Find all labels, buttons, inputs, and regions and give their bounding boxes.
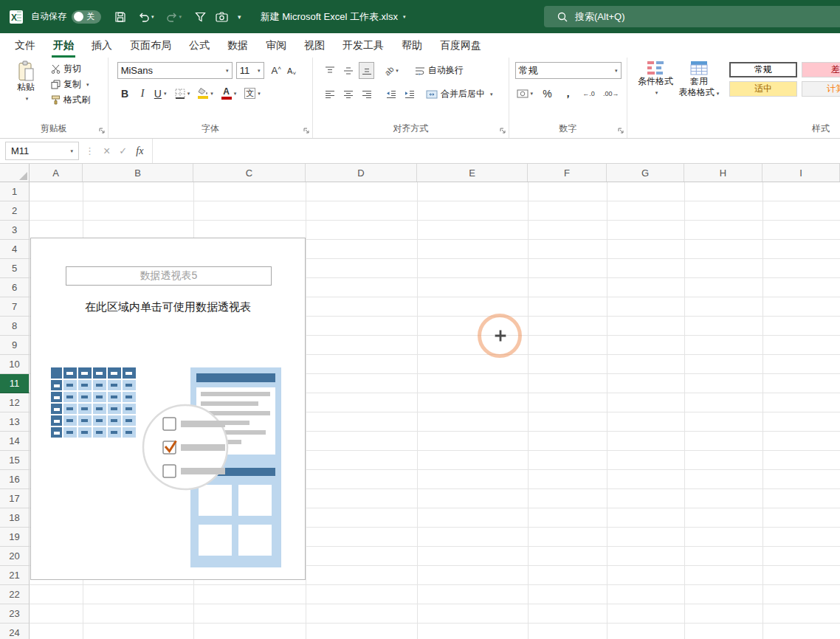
tab-help[interactable]: 帮助 <box>393 33 431 58</box>
row-header-4[interactable]: 4 <box>0 240 30 259</box>
name-box[interactable]: M11 ▾ <box>5 142 79 160</box>
decrease-indent-button[interactable] <box>383 86 399 103</box>
column-header-f[interactable]: F <box>528 164 607 182</box>
row-header-13[interactable]: 13 <box>0 412 30 432</box>
alignment-dialog-launcher[interactable] <box>499 127 506 134</box>
italic-button[interactable]: I <box>135 85 151 102</box>
cell-style-neutral[interactable]: 适中 <box>729 81 797 97</box>
row-header-18[interactable]: 18 <box>0 508 30 528</box>
paste-button[interactable]: 粘贴 ▾ <box>7 61 44 104</box>
clipboard-dialog-launcher[interactable] <box>98 127 106 134</box>
column-header-i[interactable]: I <box>762 164 840 182</box>
row-header-20[interactable]: 20 <box>0 547 30 566</box>
select-all-corner[interactable] <box>0 164 30 182</box>
bold-button[interactable]: B <box>117 85 133 102</box>
tab-formulas[interactable]: 公式 <box>180 33 218 58</box>
column-header-g[interactable]: G <box>607 164 684 182</box>
formula-input[interactable] <box>152 139 840 163</box>
column-header-b[interactable]: B <box>83 164 193 182</box>
format-painter-button[interactable]: 格式刷 <box>51 92 90 108</box>
cancel-icon[interactable]: × <box>103 145 110 158</box>
conditional-formatting-button[interactable]: 条件格式 ▾ <box>635 61 676 98</box>
number-dialog-launcher[interactable] <box>617 127 624 134</box>
row-header-7[interactable]: 7 <box>0 297 30 317</box>
title-dropdown-icon[interactable]: ▾ <box>403 14 406 20</box>
row-header-12[interactable]: 12 <box>0 393 30 412</box>
row-header-15[interactable]: 15 <box>0 451 30 470</box>
phonetic-guide-button[interactable]: 文 ▾ <box>243 85 262 102</box>
quick-access-more-icon[interactable]: ▾ <box>238 13 241 21</box>
row-header-21[interactable]: 21 <box>0 566 30 585</box>
increase-indent-button[interactable] <box>402 86 417 103</box>
cell-style-bad[interactable]: 差 <box>802 62 840 77</box>
column-header-c[interactable]: C <box>193 164 306 182</box>
row-header-6[interactable]: 6 <box>0 278 30 297</box>
copy-button[interactable]: 复制 ▾ <box>51 77 90 92</box>
align-left-button[interactable] <box>322 86 337 103</box>
row-header-2[interactable]: 2 <box>0 201 30 221</box>
row-header-22[interactable]: 22 <box>0 585 30 604</box>
excel-app-icon[interactable]: X <box>9 10 24 24</box>
undo-button[interactable]: ▾ <box>138 12 154 22</box>
align-top-button[interactable] <box>322 62 337 79</box>
redo-button[interactable]: ▾ <box>166 12 182 22</box>
font-size-select[interactable]: 11 ▾ <box>236 62 264 79</box>
font-color-button[interactable]: A ▾ <box>220 85 238 102</box>
borders-button[interactable]: ▾ <box>173 85 192 102</box>
merge-center-button[interactable]: 合并后居中 ▾ <box>426 86 493 102</box>
row-header-5[interactable]: 5 <box>0 259 30 278</box>
row-header-9[interactable]: 9 <box>0 336 30 355</box>
row-header-14[interactable]: 14 <box>0 432 30 451</box>
shrink-font-button[interactable]: A˅ <box>284 62 300 79</box>
cut-button[interactable]: 剪切 <box>51 61 90 77</box>
tab-home[interactable]: 开始 <box>44 33 83 58</box>
tab-data[interactable]: 数据 <box>218 33 257 58</box>
orientation-button[interactable]: ab ▾ <box>383 62 400 79</box>
enter-icon[interactable]: ✓ <box>119 145 127 156</box>
cell-style-calculation[interactable]: 计算 <box>802 81 840 97</box>
tab-developer[interactable]: 开发工具 <box>334 33 393 58</box>
row-header-17[interactable]: 17 <box>0 489 30 508</box>
cell-style-normal[interactable]: 常规 <box>729 62 797 77</box>
tab-baidu-netdisk[interactable]: 百度网盘 <box>431 33 490 58</box>
name-box-resize-handle[interactable]: ⋮ <box>85 145 94 156</box>
tab-view[interactable]: 视图 <box>295 33 334 58</box>
tab-insert[interactable]: 插入 <box>83 33 121 58</box>
insert-function-button[interactable]: fx <box>136 145 143 157</box>
font-family-select[interactable]: MiSans ▾ <box>117 62 233 79</box>
grid-area[interactable]: 数据透视表5 在此区域内单击可使用数据透视表 <box>30 182 840 639</box>
percent-style-button[interactable]: % <box>540 85 555 102</box>
row-header-8[interactable]: 8 <box>0 317 30 336</box>
column-header-d[interactable]: D <box>306 164 417 182</box>
align-right-button[interactable] <box>359 86 374 103</box>
fill-color-button[interactable]: ▾ <box>196 85 215 102</box>
number-format-select[interactable]: 常规 ▾ <box>515 62 622 79</box>
font-dialog-launcher[interactable] <box>303 127 310 134</box>
row-header-10[interactable]: 10 <box>0 355 30 374</box>
row-header-1[interactable]: 1 <box>0 182 30 201</box>
row-header-24[interactable]: 24 <box>0 624 30 639</box>
tab-review[interactable]: 审阅 <box>257 33 295 58</box>
column-header-e[interactable]: E <box>417 164 528 182</box>
accounting-format-button[interactable]: ▾ <box>515 85 535 102</box>
screenshot-button[interactable] <box>216 12 228 22</box>
row-header-19[interactable]: 19 <box>0 528 30 547</box>
tab-page-layout[interactable]: 页面布局 <box>121 33 180 58</box>
filter-button[interactable] <box>195 12 206 22</box>
grow-font-button[interactable]: A˄ <box>269 62 284 79</box>
align-middle-button[interactable] <box>340 62 356 79</box>
save-button[interactable] <box>114 11 126 23</box>
column-header-a[interactable]: A <box>30 164 83 182</box>
column-header-h[interactable]: H <box>684 164 762 182</box>
underline-button[interactable]: U ▾ <box>153 85 168 102</box>
autosave-toggle[interactable]: 关 <box>72 10 101 24</box>
decrease-decimal-button[interactable]: .00→ <box>602 85 621 102</box>
comma-style-button[interactable]: ， <box>560 85 576 102</box>
tab-file[interactable]: 文件 <box>6 33 44 58</box>
row-header-3[interactable]: 3 <box>0 221 30 240</box>
pivot-placeholder[interactable]: 数据透视表5 在此区域内单击可使用数据透视表 <box>30 238 306 580</box>
align-center-button[interactable] <box>340 86 356 103</box>
increase-decimal-button[interactable]: ←.0 <box>581 85 596 102</box>
format-as-table-button[interactable]: 套用 表格格式▾ <box>676 61 722 99</box>
row-header-23[interactable]: 23 <box>0 604 30 624</box>
